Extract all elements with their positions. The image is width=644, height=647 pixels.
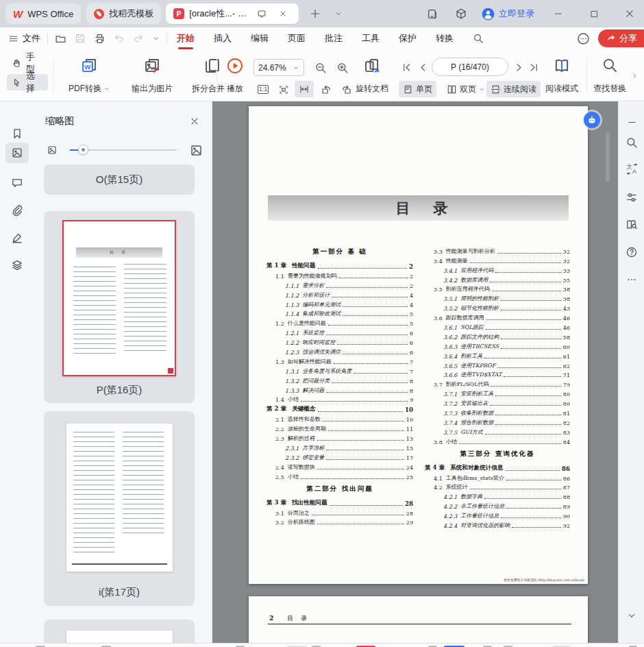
- menu-tab-insert[interactable]: 插入: [214, 27, 232, 49]
- thumbnail-page-image: 目 录: [62, 220, 176, 376]
- minimize-button[interactable]: [547, 4, 570, 23]
- first-page-button[interactable]: [399, 59, 414, 75]
- menu-tab-protect[interactable]: 保护: [399, 27, 417, 49]
- redo-button[interactable]: [133, 33, 144, 44]
- toolbar-expand-chevron[interactable]: [629, 69, 640, 82]
- pdf-convert-button[interactable]: W PDF转换: [59, 53, 119, 97]
- layers-panel-button[interactable]: [5, 255, 29, 276]
- chevron-down-icon: [627, 611, 636, 620]
- toc-entry: 3.4性能测量32: [425, 255, 570, 265]
- save-button[interactable]: [75, 33, 86, 44]
- login-button[interactable]: 立即登录: [482, 8, 534, 21]
- toc-entry: 3.7.5GUI方式83: [425, 426, 570, 436]
- tab-close-icon[interactable]: [275, 5, 291, 22]
- next-page-button[interactable]: [511, 59, 526, 75]
- thumbnail-panel-title: 缩略图: [45, 115, 74, 127]
- thumbnail-card-page15[interactable]: O(第15页): [44, 164, 195, 195]
- rotate-document-button[interactable]: 旋转文档: [348, 53, 396, 97]
- comments-panel-button[interactable]: [5, 173, 29, 193]
- file-menu-button[interactable]: 文件: [0, 32, 47, 45]
- tab-pdf-document[interactable]: P [oracle性...- 副本.pdf: [166, 3, 299, 24]
- fit-page-button[interactable]: [275, 82, 292, 97]
- find-replace-button[interactable]: 查找替换: [591, 53, 629, 97]
- thumbnail-card-page17[interactable]: i(第17页): [44, 411, 195, 606]
- wps-assistant-button[interactable]: [584, 112, 600, 128]
- translate-button[interactable]: 文 A: [623, 160, 640, 177]
- fit-width-button[interactable]: [295, 81, 314, 97]
- thumbnail-card-next[interactable]: [44, 620, 195, 643]
- bookmarks-panel-button[interactable]: [5, 123, 29, 144]
- vertical-scrollbar-thumb[interactable]: [606, 132, 610, 182]
- print-button[interactable]: [94, 33, 106, 45]
- more-options-icon[interactable]: [577, 32, 590, 45]
- menu-tab-convert[interactable]: 转换: [436, 27, 454, 49]
- scroll-down-chevron[interactable]: [623, 607, 640, 624]
- tab-monitor-icon[interactable]: [253, 5, 270, 22]
- rotate-document-icon: [363, 57, 381, 75]
- hand-tool-button[interactable]: 手型: [7, 55, 48, 71]
- thumbnail-panel-close-button[interactable]: [187, 114, 202, 129]
- toc-entry: 3.3性能测量与剖析分析32: [425, 245, 570, 255]
- page-indicator-input[interactable]: P (16/470): [432, 58, 508, 76]
- share-button[interactable]: 分享: [598, 29, 644, 47]
- close-window-button[interactable]: [618, 4, 641, 23]
- toc-entry: 4.2.1数据字典88: [425, 491, 570, 500]
- wps-logo-icon: W: [13, 8, 23, 20]
- menu-tab-edit[interactable]: 编辑: [251, 27, 269, 49]
- actual-size-button[interactable]: 1:1: [255, 82, 271, 97]
- continuous-reading-button[interactable]: 连续阅读: [486, 81, 541, 97]
- undo-history-chevron-icon[interactable]: [152, 35, 160, 42]
- toc-left-column: 第一部分 基 础第 1 章性能问题21.1需要为性能做规划吗21.1.1需求分析…: [267, 243, 413, 526]
- small-image-icon: [47, 145, 58, 156]
- display-settings-button[interactable]: [623, 189, 640, 206]
- toc-entry: 1.3.3解决问题8: [267, 384, 413, 394]
- thumbnails-panel-button[interactable]: [5, 143, 29, 163]
- tab-wps-office[interactable]: W WPS Office: [5, 3, 81, 24]
- rotate-left-button[interactable]: [318, 82, 334, 97]
- last-page-button[interactable]: [526, 59, 541, 75]
- more-tools-button[interactable]: [623, 271, 640, 288]
- previous-page-button[interactable]: [415, 59, 430, 75]
- docer-logo-icon: [94, 9, 104, 19]
- tab-list-chevron-icon[interactable]: [330, 5, 347, 22]
- continuous-reading-label: 连续阅读: [504, 84, 536, 95]
- menu-tab-home[interactable]: 开始: [177, 27, 195, 49]
- menu-tab-page[interactable]: 页面: [288, 27, 306, 49]
- undo-button[interactable]: [114, 33, 125, 44]
- thumbnail-card-page16[interactable]: 目 录 P(第16页): [44, 211, 195, 403]
- play-button[interactable]: 播放: [219, 53, 251, 97]
- toc-entry: 3.8小结84: [425, 436, 570, 445]
- tab-docer-label: 找稻壳模板: [109, 8, 153, 20]
- toc-entry: 4.2.3工作量统计信息90: [425, 510, 570, 520]
- divider: [53, 58, 54, 93]
- cube-icon[interactable]: [453, 5, 469, 22]
- thumbnail-size-slider[interactable]: [34, 141, 212, 159]
- new-tab-button[interactable]: [307, 5, 323, 22]
- toc-entry: 3.5.2细节化性能剖析43: [425, 302, 570, 312]
- menu-tab-tools[interactable]: 工具: [362, 27, 380, 49]
- search-sidebar-button[interactable]: [623, 134, 640, 151]
- toc-entry: 3.6跟踪数据库调用46: [425, 312, 570, 321]
- export-image-button[interactable]: 输出为图片: [121, 53, 184, 97]
- maximize-button[interactable]: [582, 4, 606, 23]
- read-mode-button[interactable]: 阅读模式: [541, 53, 582, 97]
- double-page-button[interactable]: 双页: [443, 81, 489, 97]
- attachments-panel-button[interactable]: [5, 200, 29, 221]
- select-tool-button[interactable]: 选择: [7, 74, 48, 90]
- toc-entry: 1.3.1业务角度与系统角度7: [267, 365, 413, 375]
- help-button[interactable]: [623, 244, 640, 260]
- menu-search-icon[interactable]: [473, 27, 484, 49]
- open-file-button[interactable]: [55, 33, 66, 45]
- slider-handle[interactable]: [78, 145, 88, 155]
- reader-navigation-button[interactable]: [623, 217, 640, 233]
- devices-icon[interactable]: [424, 5, 441, 22]
- collapse-panel-button[interactable]: [623, 114, 640, 130]
- single-page-button[interactable]: 单页: [399, 81, 436, 97]
- zoom-out-button[interactable]: [312, 60, 329, 76]
- left-sidebar: [0, 101, 34, 643]
- zoom-level-select[interactable]: 24.67%: [253, 59, 304, 76]
- single-page-icon: [403, 84, 413, 95]
- menu-tab-comment[interactable]: 批注: [325, 27, 343, 49]
- tab-docer-templates[interactable]: 找稻壳模板: [86, 3, 161, 24]
- signature-panel-button[interactable]: [5, 228, 29, 248]
